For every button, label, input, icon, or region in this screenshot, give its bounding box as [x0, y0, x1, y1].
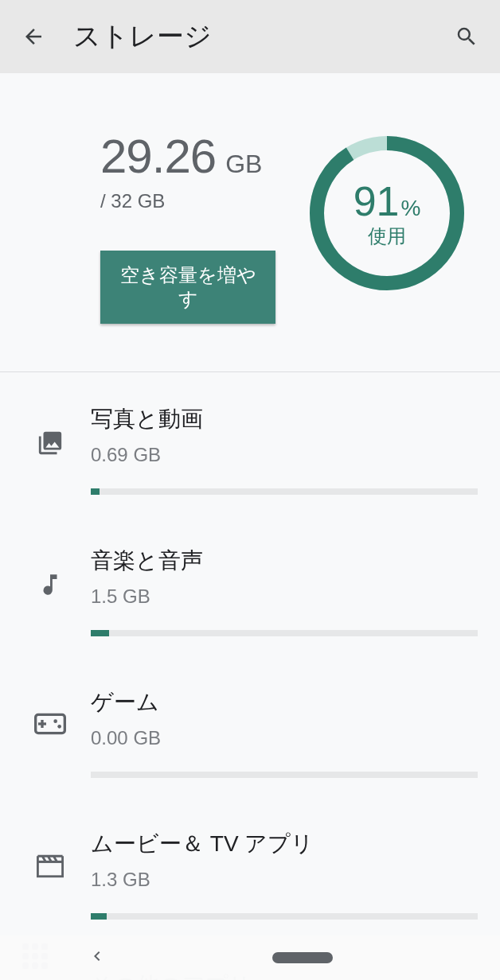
- category-row[interactable]: 音楽と音声1.5 GB: [0, 523, 500, 665]
- usage-percent-label: 使用: [368, 224, 406, 249]
- chevron-left-icon: [88, 947, 107, 966]
- category-title: ムービー＆ TV アプリ: [91, 829, 478, 859]
- category-usage-bar-fill: [91, 913, 107, 920]
- app-header: ストレージ: [0, 0, 500, 73]
- used-unit: GB: [225, 150, 262, 179]
- category-body: ムービー＆ TV アプリ1.3 GB: [91, 829, 478, 920]
- category-size: 0.69 GB: [91, 444, 478, 466]
- category-body: ゲーム0.00 GB: [91, 687, 478, 778]
- category-usage-bar: [91, 772, 478, 778]
- category-usage-bar: [91, 630, 478, 636]
- category-icon: [22, 854, 78, 878]
- category-usage-bar-fill: [91, 630, 109, 636]
- back-button[interactable]: [14, 18, 53, 56]
- total-value: / 32 GB: [100, 190, 299, 212]
- usage-percent-sign: %: [400, 196, 420, 221]
- category-icon: [22, 430, 78, 457]
- category-title: 写真と動画: [91, 404, 478, 434]
- svg-point-6: [57, 725, 61, 729]
- svg-point-5: [53, 719, 57, 723]
- category-row[interactable]: ムービー＆ TV アプリ1.3 GB: [0, 807, 500, 948]
- storage-summary-text: 29.26 GB / 32 GB 空き容量を増やす: [25, 129, 299, 324]
- category-usage-bar: [91, 913, 478, 920]
- category-size: 1.3 GB: [91, 869, 478, 891]
- category-row[interactable]: 写真と動画0.69 GB: [0, 382, 500, 523]
- nav-home-pill[interactable]: [272, 952, 333, 963]
- category-size: 1.5 GB: [91, 585, 478, 608]
- search-button[interactable]: [447, 18, 486, 56]
- used-value: 29.26: [100, 129, 216, 184]
- free-up-space-button[interactable]: 空き容量を増やす: [100, 251, 275, 324]
- category-row[interactable]: ゲーム0.00 GB: [0, 665, 500, 807]
- usage-ring: 91 % 使用: [307, 134, 467, 293]
- search-icon: [455, 25, 479, 49]
- usage-percent-value: 91: [354, 177, 400, 225]
- page-title: ストレージ: [73, 18, 447, 55]
- category-icon: [22, 571, 78, 598]
- category-usage-bar: [91, 488, 478, 495]
- category-body: 音楽と音声1.5 GB: [91, 546, 478, 636]
- nav-back-button[interactable]: [88, 947, 107, 969]
- clapperboard-icon: [37, 854, 64, 878]
- images-icon: [37, 430, 64, 457]
- music-note-icon: [37, 571, 64, 598]
- arrow-back-icon: [21, 25, 45, 49]
- category-usage-bar-fill: [91, 488, 100, 495]
- category-icon: [22, 713, 78, 735]
- system-navbar: [0, 935, 500, 980]
- category-body: 写真と動画0.69 GB: [91, 404, 478, 495]
- gamepad-icon: [34, 713, 66, 735]
- storage-summary: 29.26 GB / 32 GB 空き容量を増やす 91 % 使用: [0, 73, 500, 372]
- category-title: ゲーム: [91, 687, 478, 718]
- category-list: 写真と動画0.69 GB音楽と音声1.5 GBゲーム0.00 GBムービー＆ T…: [0, 372, 500, 980]
- category-title: 音楽と音声: [91, 546, 478, 576]
- svg-rect-7: [37, 861, 62, 876]
- category-size: 0.00 GB: [91, 727, 478, 749]
